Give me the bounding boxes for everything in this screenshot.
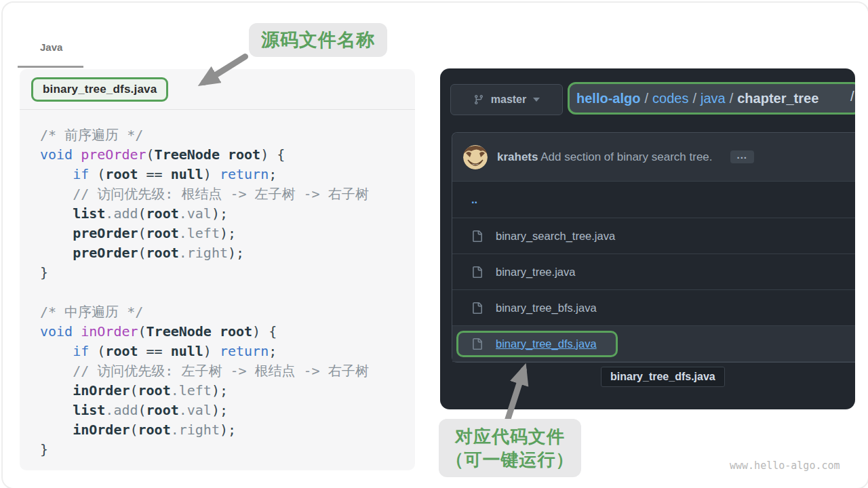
- source-filename-chip: binary_tree_dfs.java: [31, 77, 168, 102]
- parent-directory-link[interactable]: ..: [471, 193, 477, 206]
- breadcrumb-repo-link[interactable]: hello-algo: [576, 91, 640, 106]
- chevron-down-icon: [533, 98, 540, 102]
- code-file-header: binary_tree_dfs.java: [20, 69, 415, 110]
- tab-java[interactable]: Java: [40, 41, 62, 53]
- breadcrumb-separator: /: [640, 91, 652, 106]
- commit-message: Add section of binary search tree.: [538, 150, 712, 163]
- commit-author: krahets: [497, 150, 538, 163]
- avatar[interactable]: [463, 145, 488, 169]
- watermark-url: www.hello-algo.com: [730, 460, 840, 472]
- branch-name: master: [491, 94, 526, 106]
- file-row[interactable]: binary_tree_bfs.java: [452, 290, 855, 326]
- breadcrumb: hello-algo / codes / java / chapter_tree: [568, 82, 855, 115]
- breadcrumb-current-dir: chapter_tree: [737, 91, 818, 106]
- file-name[interactable]: binary_tree_bfs.java: [496, 302, 597, 314]
- annotation-source-filename: 源码文件名称: [249, 23, 387, 57]
- annotation-code-file-line2: （可一键运行）: [439, 448, 581, 471]
- code-card: binary_tree_dfs.java /* 前序遍历 */void preO…: [20, 69, 415, 470]
- breadcrumb-separator: /: [726, 91, 738, 106]
- screenshot-root: Java binary_tree_dfs.java /* 前序遍历 */void…: [1, 1, 868, 488]
- parent-directory-row[interactable]: ..: [452, 182, 855, 218]
- annotation-code-file-line1: 对应代码文件: [439, 425, 581, 448]
- latest-commit-row: krahets Add section of binary search tre…: [452, 133, 855, 182]
- file-icon: [471, 302, 483, 314]
- breadcrumb-java-link[interactable]: java: [701, 91, 726, 106]
- highlighted-file-chip: binary_tree_dfs.java: [456, 331, 618, 357]
- commit-more-button[interactable]: ...: [730, 150, 755, 163]
- branch-selector-button[interactable]: master: [450, 84, 563, 115]
- breadcrumb-codes-link[interactable]: codes: [652, 91, 688, 106]
- file-listing-table: krahets Add section of binary search tre…: [452, 132, 855, 363]
- file-row[interactable]: binary_search_tree.java: [452, 218, 855, 254]
- highlighted-file-link[interactable]: binary_tree_dfs.java: [496, 338, 597, 350]
- breadcrumb-separator: /: [688, 91, 701, 106]
- highlighted-file-row[interactable]: binary_tree_dfs.java: [452, 326, 855, 362]
- commit-summary: krahets Add section of binary search tre…: [497, 150, 713, 164]
- file-row[interactable]: binary_tree.java: [452, 254, 855, 290]
- file-tooltip: binary_tree_dfs.java: [601, 367, 725, 387]
- tab-active-indicator: [18, 66, 83, 68]
- breadcrumb-trailing-slash: /: [850, 89, 854, 104]
- file-icon: [471, 230, 483, 242]
- git-branch-icon: [473, 94, 484, 105]
- code-block: /* 前序遍历 */void preOrder(TreeNode root) {…: [20, 110, 415, 460]
- annotation-code-file: 对应代码文件 （可一键运行）: [439, 419, 581, 477]
- file-name[interactable]: binary_search_tree.java: [496, 230, 615, 243]
- file-icon: [471, 266, 483, 278]
- github-file-browser: master hello-algo / codes / java / chapt…: [440, 68, 855, 409]
- file-icon: [471, 338, 483, 350]
- file-name[interactable]: binary_tree.java: [496, 266, 575, 279]
